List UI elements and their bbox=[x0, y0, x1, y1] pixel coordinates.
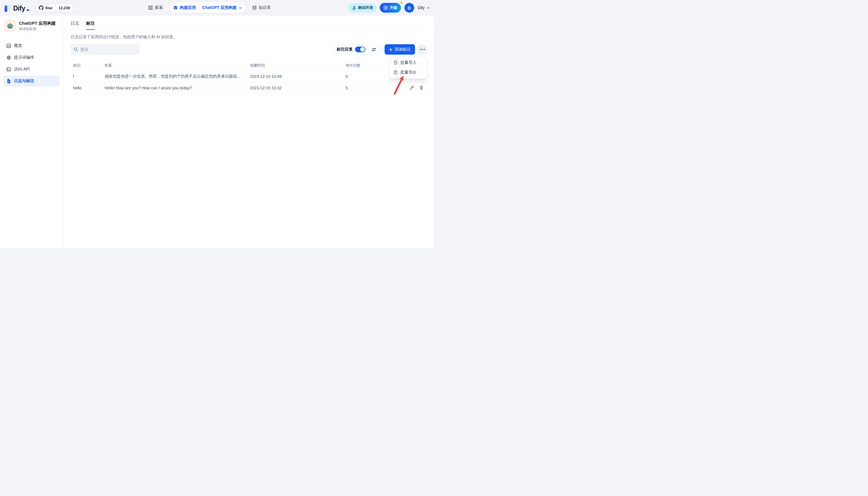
sidebar-item-label: 日志与标注 bbox=[14, 78, 34, 83]
row-actions bbox=[401, 86, 427, 90]
more-actions-dropdown: 批量导入 批量导出 bbox=[389, 56, 427, 79]
search-input[interactable] bbox=[71, 44, 140, 55]
menu-item-label: 批量导出 bbox=[400, 70, 417, 75]
dify-app-page: Dify Star 12,238 探索 bbox=[0, 0, 434, 248]
breadcrumb-separator: / bbox=[198, 5, 199, 10]
annotation-reply-control: 标注回复 bbox=[334, 44, 379, 55]
sidebar-item-logs-annotations[interactable]: 日志与标注 bbox=[3, 76, 60, 87]
gear-icon bbox=[6, 55, 11, 60]
sidebar-item-api-access[interactable]: 访问 API bbox=[3, 64, 60, 75]
page-description: 日志记录了应用的运行情况，包括用户的输入和 AI 的回复。 bbox=[71, 34, 427, 40]
cell-answer: 感谢您提供进一步信息。然而，您提到的"l"仍然不足以确定您的具体问题或... bbox=[105, 74, 250, 79]
document-icon bbox=[6, 79, 11, 83]
bar-chart-icon bbox=[6, 43, 11, 48]
sidebar-item-prompt-orchestration[interactable]: 提示词编排 bbox=[3, 52, 60, 63]
app-sidebar: ChatGPT 应用构建 对话型应用 概览 提 bbox=[0, 16, 64, 248]
table-row[interactable]: hello Hello! How are you? How can I assi… bbox=[71, 82, 427, 94]
menu-item-batch-export[interactable]: 批量导出 bbox=[391, 67, 426, 77]
sidebar-item-label: 概览 bbox=[14, 43, 22, 48]
settings-sliders-icon[interactable] bbox=[371, 47, 376, 52]
dify-logo-icon bbox=[5, 4, 12, 12]
header-question: 提问 bbox=[71, 63, 105, 68]
divider bbox=[382, 47, 382, 52]
sidebar-item-overview[interactable]: 概览 bbox=[3, 40, 60, 51]
account-name: Dify bbox=[418, 5, 424, 10]
github-star-widget[interactable]: Star 12,238 bbox=[36, 3, 73, 12]
tab-bar: 日志 标注 bbox=[71, 16, 427, 30]
tab-annotations[interactable]: 标注 bbox=[86, 21, 95, 30]
cell-created-at: 2023-12-15 10:49 bbox=[250, 74, 345, 79]
delete-icon[interactable] bbox=[419, 86, 424, 90]
content-panel: ChatGPT 应用构建 对话型应用 概览 提 bbox=[0, 16, 434, 248]
chevron-down-icon bbox=[427, 6, 430, 10]
top-header: Dify Star 12,238 探索 bbox=[0, 0, 434, 16]
chevron-down-icon bbox=[239, 6, 242, 10]
nav-current-app-label: ChatGPT 应用构建 bbox=[202, 5, 237, 10]
add-annotation-label: 添加标注 bbox=[395, 47, 411, 52]
plus-icon bbox=[389, 48, 392, 51]
table-row[interactable]: l 感谢您提供进一步信息。然而，您提到的"l"仍然不足以确定您的具体问题或...… bbox=[71, 71, 427, 82]
document-plus-icon bbox=[393, 60, 398, 65]
cube-icon bbox=[173, 5, 178, 10]
header-created-at: 创建时间 bbox=[250, 63, 345, 68]
nav-build-apps[interactable]: 构建应用 bbox=[173, 5, 196, 10]
header-nav: 探索 构建应用 / ChatGPT 应用构建 bbox=[148, 0, 271, 16]
cell-answer: Hello! How are you? How can I assist you… bbox=[105, 86, 250, 90]
nav-explore[interactable]: 探索 bbox=[148, 5, 163, 10]
divider bbox=[368, 47, 369, 52]
env-badge: 测试环境 bbox=[349, 4, 376, 12]
tab-logs[interactable]: 日志 bbox=[71, 21, 79, 30]
nav-knowledge[interactable]: 知识库 bbox=[252, 5, 271, 10]
more-actions-button[interactable] bbox=[418, 45, 427, 54]
upgrade-button[interactable]: 升级 ✦ ✦ bbox=[380, 3, 401, 13]
cell-question: l bbox=[71, 74, 105, 79]
edit-icon[interactable] bbox=[409, 86, 414, 90]
sidebar-menu: 概览 提示词编排 访问 API bbox=[3, 40, 60, 87]
annotation-reply-toggle[interactable] bbox=[355, 47, 365, 52]
grid-icon bbox=[148, 5, 153, 10]
menu-item-label: 批量导入 bbox=[400, 60, 417, 65]
nav-knowledge-label: 知识库 bbox=[259, 5, 271, 10]
menu-item-batch-import[interactable]: 批量导入 bbox=[391, 58, 426, 67]
sidebar-item-label: 提示词编排 bbox=[14, 55, 34, 60]
avatar[interactable]: D bbox=[404, 3, 414, 13]
upgrade-label: 升级 bbox=[390, 5, 397, 10]
app-meta: ChatGPT 应用构建 对话型应用 bbox=[19, 20, 56, 32]
github-star-label: Star bbox=[45, 6, 52, 10]
nav-current-app[interactable]: ChatGPT 应用构建 bbox=[202, 5, 242, 10]
github-star-count[interactable]: 12,238 bbox=[55, 4, 73, 12]
app-card: ChatGPT 应用构建 对话型应用 bbox=[3, 20, 60, 32]
database-icon bbox=[252, 5, 257, 10]
search-icon bbox=[74, 47, 78, 52]
annotation-reply-label: 标注回复 bbox=[337, 47, 353, 52]
add-annotation-button[interactable]: 添加标注 bbox=[385, 44, 415, 55]
env-badge-label: 测试环境 bbox=[358, 5, 373, 10]
robot-icon bbox=[6, 22, 14, 29]
search-box bbox=[71, 44, 140, 55]
logo-underscore bbox=[27, 10, 29, 11]
cell-hits: 5 bbox=[345, 86, 401, 90]
sparkle-icon-small: ✦ bbox=[397, 2, 399, 5]
app-breadcrumb-pill: 构建应用 / ChatGPT 应用构建 bbox=[169, 3, 246, 13]
document-download-icon bbox=[393, 70, 398, 75]
sparkle-icon: ✦ bbox=[400, 0, 403, 5]
toolbar: 标注回复 添加标注 bbox=[71, 44, 427, 55]
main-content: 日志 标注 日志记录了应用的运行情况，包括用户的输入和 AI 的回复。 标注回复 bbox=[64, 16, 434, 248]
github-icon bbox=[39, 5, 43, 10]
flask-icon bbox=[352, 6, 356, 10]
github-star-button[interactable]: Star bbox=[36, 4, 55, 12]
cell-question: hello bbox=[71, 86, 105, 90]
header-right: 测试环境 升级 ✦ ✦ D Dify bbox=[349, 0, 430, 16]
header-answer: 答案 bbox=[105, 63, 250, 68]
account-menu[interactable]: Dify bbox=[418, 5, 430, 10]
star-circle-icon bbox=[383, 5, 388, 10]
table-header-row: 提问 答案 创建时间 命中次数 bbox=[71, 61, 427, 71]
sidebar-item-label: 访问 API bbox=[14, 67, 30, 72]
app-type: 对话型应用 bbox=[19, 27, 56, 32]
dify-logo[interactable]: Dify bbox=[5, 4, 29, 12]
logo-wordmark: Dify bbox=[13, 5, 25, 12]
nav-explore-label: 探索 bbox=[155, 5, 163, 10]
nav-build-apps-label: 构建应用 bbox=[180, 5, 196, 10]
toolbar-right: 标注回复 添加标注 bbox=[334, 44, 427, 55]
terminal-icon bbox=[6, 67, 11, 72]
